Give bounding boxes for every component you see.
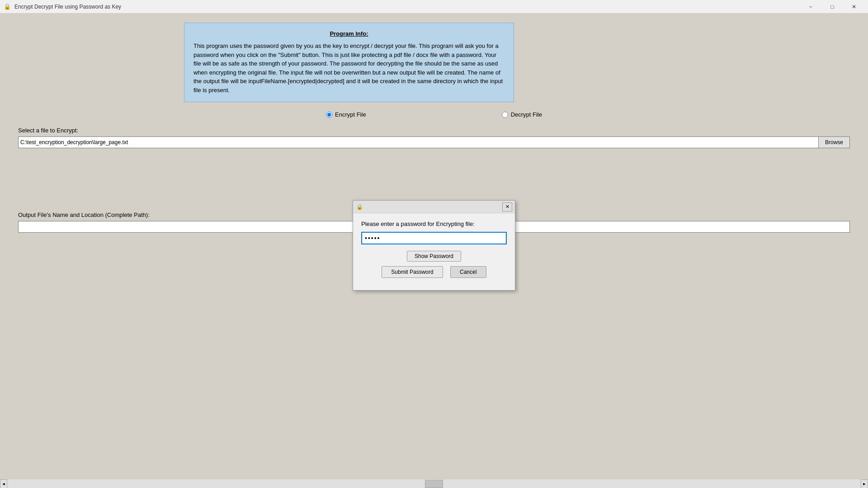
app-icon: 🔒 [4,3,11,10]
cancel-button[interactable]: Cancel [450,266,486,278]
minimize-button[interactable]: − [800,0,821,14]
scrollbar-thumb[interactable] [425,480,443,488]
scroll-right-button[interactable]: ► [861,479,868,488]
show-password-row: Show Password [361,251,507,262]
dialog-buttons-row: Submit Password Cancel [361,266,507,278]
dialog-close-button[interactable]: ✕ [502,202,512,211]
title-bar-left: 🔒 Encrypt Decrypt File using Password as… [4,3,121,10]
title-bar-controls: − □ ✕ [800,0,864,14]
dialog-titlebar-left: 🔒 [356,203,363,211]
dialog-body: Please enter a password for Encrypting f… [353,213,515,285]
close-button[interactable]: ✕ [844,0,864,14]
password-dialog: 🔒 ✕ Please enter a password for Encrypti… [353,200,515,291]
submit-password-button[interactable]: Submit Password [382,266,443,278]
dialog-titlebar: 🔒 ✕ [353,201,515,213]
scroll-left-button[interactable]: ◄ [0,479,7,488]
dialog-prompt: Please enter a password for Encrypting f… [361,221,507,227]
maximize-button[interactable]: □ [822,0,843,14]
title-bar: 🔒 Encrypt Decrypt File using Password as… [0,0,868,14]
scrollbar-track [7,479,861,488]
bottom-scrollbar: ◄ ► [0,479,868,488]
dialog-icon: 🔒 [356,203,363,211]
password-input[interactable] [361,232,507,244]
show-password-button[interactable]: Show Password [407,251,461,262]
modal-overlay: 🔒 ✕ Please enter a password for Encrypti… [0,14,868,477]
window-title: Encrypt Decrypt File using Password as K… [14,4,121,10]
